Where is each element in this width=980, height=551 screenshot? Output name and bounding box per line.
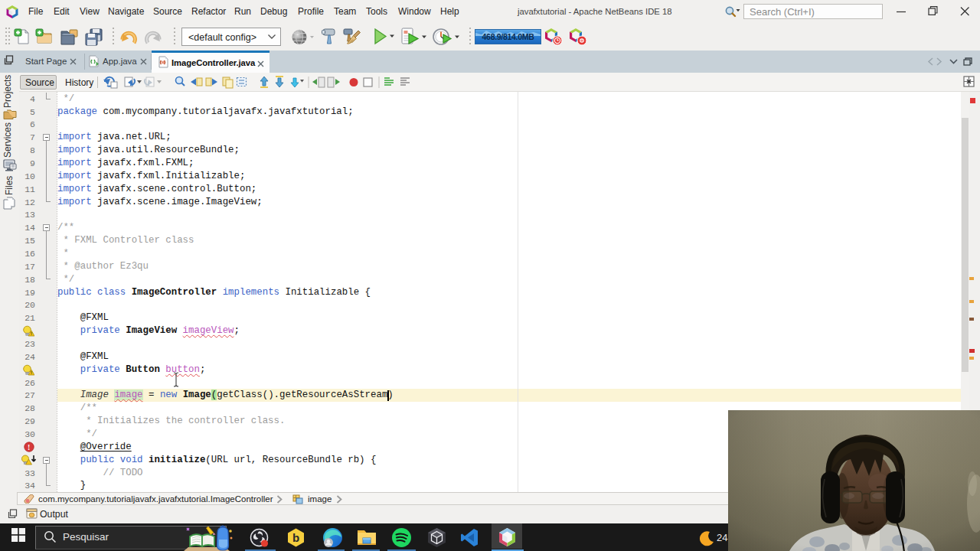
svg-text:!: ! (31, 331, 32, 336)
svg-text:!: ! (31, 370, 32, 375)
svg-text:b: b (292, 531, 299, 544)
svg-text:!: ! (28, 443, 30, 452)
